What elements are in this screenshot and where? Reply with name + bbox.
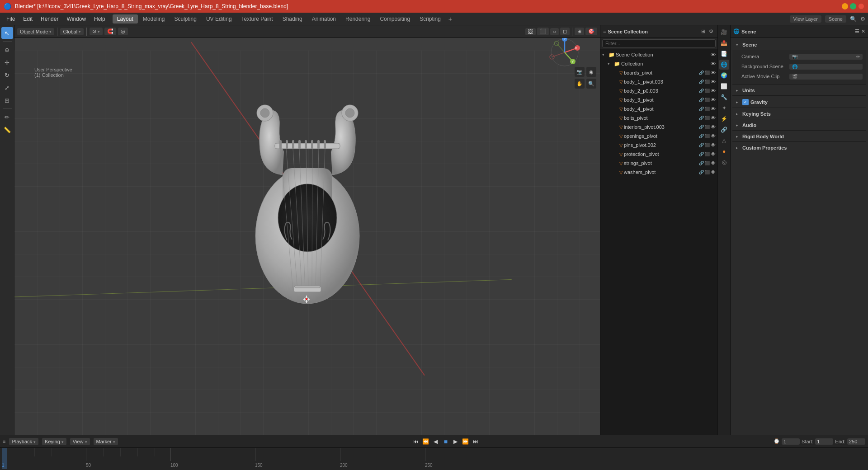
menu-window[interactable]: Window [63, 15, 90, 23]
filter-icon[interactable]: ⊞ [700, 28, 707, 34]
restrict-render[interactable]: 🔗 [699, 70, 704, 75]
prop-particles-icon[interactable]: ✦ [719, 103, 729, 113]
restrict-viewport7[interactable]: ⬛ [705, 125, 710, 129]
restrict-viewport5[interactable]: ⬛ [705, 107, 710, 111]
collection-visibility-icon[interactable]: 👁 [711, 61, 716, 66]
openings-visibility-icon[interactable]: 👁 [711, 133, 716, 139]
tab-animation[interactable]: Animation [307, 14, 340, 24]
viewport-3d[interactable]: User Perspective (1) Collection 📷 ◉ ✋ 🔍 [14, 38, 600, 435]
outliner-item-body1[interactable]: ▾ ▽ body_1_pivot.003 🔗 ⬛ 👁 [600, 77, 717, 86]
tool-transform[interactable]: ⊞ [1, 94, 13, 106]
viewport-shading-btn[interactable]: Global ▾ [60, 28, 84, 35]
restrict-viewport[interactable]: ⬛ [705, 70, 710, 75]
interiors-visibility-icon[interactable]: 👁 [711, 124, 716, 130]
prop-material-icon[interactable]: ● [719, 146, 729, 156]
tab-rendering[interactable]: Rendering [341, 14, 375, 24]
tab-scripting[interactable]: Scripting [415, 14, 445, 24]
start-frame-input[interactable] [815, 438, 833, 445]
prop-scene-icon[interactable]: 🌐 [719, 60, 729, 70]
add-workspace-button[interactable]: + [446, 14, 455, 24]
close-button[interactable] [858, 3, 864, 9]
show-overlays-btn[interactable]: ⊞ [575, 28, 584, 35]
restrict-viewport3[interactable]: ⬛ [705, 89, 710, 93]
outliner-item-body4[interactable]: ▾ ▽ body_4_pivot 🔗 ⬛ 👁 [600, 104, 717, 113]
outliner-item-washers[interactable]: ▾ ▽ washers_pivot 🔗 ⬛ 👁 [600, 168, 717, 177]
pivot-point-btn[interactable]: ⊙ ▾ [90, 28, 103, 35]
restrict-viewport6[interactable]: ⬛ [705, 116, 710, 120]
step-back-btn[interactable]: ⏪ [422, 437, 430, 446]
restrict-render3[interactable]: 🔗 [699, 89, 704, 93]
restrict-viewport12[interactable]: ⬛ [705, 170, 710, 174]
restrict-render12[interactable]: 🔗 [699, 170, 704, 174]
tool-select[interactable]: ↖ [1, 27, 13, 39]
timeline-ruler[interactable]: 1 50 100 150 200 250 [0, 448, 868, 470]
marker-menu[interactable]: Marker ▾ [94, 438, 118, 445]
gravity-checkbox[interactable]: ✓ [742, 99, 749, 105]
restrict-render4[interactable]: 🔗 [699, 98, 704, 102]
step-forward-btn[interactable]: ⏩ [462, 437, 470, 446]
props-menu-icon[interactable]: ☰ [855, 28, 859, 34]
restrict-render6[interactable]: 🔗 [699, 116, 704, 120]
outliner-search-input[interactable] [602, 39, 716, 47]
show-gizmos-btn[interactable]: 🎯 [585, 28, 597, 35]
outliner-item-openings[interactable]: ▾ ▽ openings_pivot 🔗 ⬛ 👁 [600, 132, 717, 141]
keying-sets-section-header[interactable]: ▸ Keying Sets [732, 109, 866, 119]
restrict-viewport11[interactable]: ⬛ [705, 161, 710, 165]
outliner-item-bolts[interactable]: ▾ ▽ bolts_pivot 🔗 ⬛ 👁 [600, 113, 717, 122]
restrict-viewport9[interactable]: ⬛ [705, 143, 710, 147]
menu-render[interactable]: Render [37, 15, 62, 23]
navigation-gizmo[interactable]: X Y Z [547, 38, 583, 70]
maximize-button[interactable] [850, 3, 856, 9]
pins-visibility-icon[interactable]: 👁 [711, 142, 716, 148]
outliner-settings-icon[interactable]: ⚙ [708, 28, 715, 34]
bolts-visibility-icon[interactable]: 👁 [711, 115, 716, 121]
tool-annotate[interactable]: ✏ [1, 111, 13, 123]
outliner-item-strings[interactable]: ▾ ▽ strings_pivot 🔗 ⬛ 👁 [600, 159, 717, 168]
prop-render-icon[interactable]: 🎥 [719, 27, 729, 37]
object-mode-btn[interactable]: Object Mode ▾ [17, 28, 54, 35]
scene-section-header[interactable]: ▾ Scene [732, 40, 866, 50]
camera-edit-icon[interactable]: ✏ [856, 54, 860, 59]
tool-measure[interactable]: 📏 [1, 124, 13, 136]
props-close-icon[interactable]: ✕ [861, 28, 865, 34]
body3-visibility-icon[interactable]: 👁 [711, 97, 716, 103]
restrict-render7[interactable]: 🔗 [699, 125, 704, 129]
settings-icon[interactable]: ⚙ [860, 16, 865, 22]
background-scene-value[interactable]: 🌐 [789, 64, 863, 70]
restrict-viewport8[interactable]: ⬛ [705, 134, 710, 138]
custom-properties-header[interactable]: ▸ Custom Properties [732, 143, 866, 153]
outliner-item-interiors[interactable]: ▾ ▽ interiors_pivot.003 🔗 ⬛ 👁 [600, 122, 717, 132]
play-back-btn[interactable]: ◀ [432, 437, 440, 446]
boards-visibility-icon[interactable]: 👁 [711, 70, 716, 75]
stop-btn[interactable]: ■ [442, 437, 450, 446]
visibility-icon[interactable]: 👁 [711, 52, 716, 57]
active-movie-clip-value[interactable]: 🎬 [789, 74, 863, 80]
tab-uv-editing[interactable]: UV Editing [202, 14, 236, 24]
viewport-wireframe-btn[interactable]: ◻ [560, 28, 570, 35]
zoom-icon[interactable]: 🔍 [586, 79, 596, 89]
tab-compositing[interactable]: Compositing [375, 14, 415, 24]
restrict-render10[interactable]: 🔗 [699, 152, 704, 156]
tab-texture-paint[interactable]: Texture Paint [237, 14, 278, 24]
prop-physics-icon[interactable]: ⚡ [719, 114, 729, 124]
outliner-item-body3[interactable]: ▾ ▽ body_3_pivot 🔗 ⬛ 👁 [600, 95, 717, 104]
jump-to-end-btn[interactable]: ⏭ [472, 437, 480, 446]
outliner-item-scene-collection[interactable]: ▾ 📁 Scene Collection 👁 [600, 50, 717, 59]
units-section-header[interactable]: ▸ Units [732, 85, 866, 95]
restrict-viewport2[interactable]: ⬛ [705, 80, 710, 84]
strings-visibility-icon[interactable]: 👁 [711, 160, 716, 166]
camera-value[interactable]: 📷 ✏ [789, 54, 863, 60]
proportional-edit-btn[interactable]: ◎ [118, 28, 128, 35]
tool-move[interactable]: ✛ [1, 56, 13, 68]
tool-rotate[interactable]: ↻ [1, 69, 13, 81]
minimize-button[interactable] [842, 3, 848, 9]
prop-world-icon[interactable]: 🌍 [719, 70, 729, 80]
snapping-btn[interactable]: 🧲 [104, 28, 116, 35]
outliner-item-protection[interactable]: ▾ ▽ protection_pivot 🔗 ⬛ 👁 [600, 150, 717, 159]
material-view-icon[interactable]: ◉ [586, 67, 596, 77]
outliner-item-boards[interactable]: ▾ ▽ boards_pivot 🔗 ⬛ 👁 [600, 68, 717, 77]
audio-section-header[interactable]: ▸ Audio [732, 120, 866, 130]
viewport-rendered-btn[interactable]: 🖼 [525, 28, 536, 35]
playback-menu[interactable]: Playback ▾ [9, 438, 38, 445]
tool-scale[interactable]: ⤢ [1, 82, 13, 94]
